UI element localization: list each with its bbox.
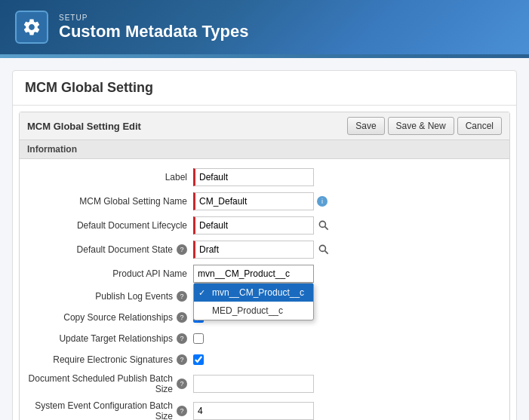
- update-target-control: [193, 333, 502, 344]
- section-header: Information: [20, 140, 509, 159]
- require-esig-label-text: Require Electronic Signatures: [53, 354, 173, 365]
- svg-point-0: [319, 221, 325, 227]
- copy-source-label: Copy Source Relationships ?: [20, 312, 193, 323]
- state-input[interactable]: [193, 241, 314, 259]
- edit-actions: Save Save & New Cancel: [347, 117, 502, 135]
- publish-log-label: Publish Log Events ?: [20, 291, 193, 302]
- require-esig-control: [193, 354, 502, 365]
- label-row: Label: [20, 165, 509, 189]
- check-mark-icon: ✓: [198, 288, 205, 298]
- scheduled-batch-label-text: Document Scheduled Publish Batch Size: [20, 373, 173, 394]
- system-event-batch-input[interactable]: [193, 402, 314, 420]
- svg-line-3: [325, 251, 328, 254]
- lifecycle-label: Default Document Lifecycle: [20, 220, 193, 231]
- update-target-row: Update Target Relationships ?: [20, 328, 509, 349]
- publish-log-help-icon[interactable]: ?: [177, 291, 187, 302]
- scheduled-batch-input[interactable]: [193, 375, 314, 393]
- scheduled-batch-row: Document Scheduled Publish Batch Size ?: [20, 370, 509, 397]
- scheduled-batch-control: [193, 375, 502, 393]
- gear-icon: [22, 17, 42, 37]
- mcm-name-label: MCM Global Setting Name: [20, 196, 193, 207]
- app-icon: [15, 11, 48, 44]
- update-target-label-text: Update Target Relationships: [59, 333, 173, 344]
- publish-log-label-text: Publish Log Events: [95, 291, 173, 302]
- state-help-icon[interactable]: ?: [177, 244, 187, 255]
- product-api-dropdown-container: ✓ mvn__CM_Product__c MED_Product__c: [193, 265, 314, 283]
- system-event-batch-label-text: System Event Configuration Batch Size: [20, 400, 173, 420]
- require-esig-label: Require Electronic Signatures ?: [20, 354, 193, 365]
- system-event-batch-help-icon[interactable]: ?: [177, 406, 187, 416]
- update-target-checkbox[interactable]: [193, 333, 204, 344]
- state-row: Default Document State ?: [20, 238, 509, 262]
- main-content: MCM Global Setting MCM Global Setting Ed…: [12, 70, 517, 420]
- svg-line-1: [325, 227, 328, 230]
- edit-panel-header: MCM Global Setting Edit Save Save & New …: [20, 112, 509, 140]
- save-button[interactable]: Save: [347, 117, 384, 135]
- scheduled-batch-label: Document Scheduled Publish Batch Size ?: [20, 373, 193, 394]
- require-esig-row: Require Electronic Signatures ?: [20, 349, 509, 370]
- dropdown-item-label-0: mvn__CM_Product__c: [212, 287, 304, 298]
- lifecycle-control: [193, 216, 502, 235]
- mcm-name-row: MCM Global Setting Name i: [20, 189, 509, 213]
- state-label-text: Default Document State: [77, 244, 173, 255]
- label-field-label: Label: [20, 172, 193, 182]
- dropdown-item-0[interactable]: ✓ mvn__CM_Product__c: [194, 284, 313, 302]
- product-api-row: Product API Name ✓ mvn__CM_Product__c ME…: [20, 262, 509, 286]
- scheduled-batch-help-icon[interactable]: ?: [177, 379, 187, 389]
- setup-label: SETUP: [59, 14, 248, 22]
- product-api-label: Product API Name: [20, 268, 193, 279]
- app-header: SETUP Custom Metadata Types: [0, 0, 529, 54]
- copy-source-label-text: Copy Source Relationships: [63, 312, 173, 323]
- dropdown-item-label-1: MED_Product__c: [212, 305, 283, 316]
- state-lookup-icon[interactable]: [317, 243, 331, 256]
- lifecycle-input[interactable]: [193, 216, 314, 235]
- lifecycle-lookup-icon[interactable]: [317, 219, 331, 232]
- require-esig-checkbox[interactable]: [193, 354, 204, 365]
- cancel-button[interactable]: Cancel: [457, 117, 502, 135]
- update-target-label: Update Target Relationships ?: [20, 333, 193, 344]
- copy-source-help-icon[interactable]: ?: [177, 312, 187, 323]
- edit-panel: MCM Global Setting Edit Save Save & New …: [19, 112, 510, 420]
- mcm-name-control: i: [193, 192, 502, 210]
- product-api-input[interactable]: [193, 265, 314, 283]
- state-label: Default Document State ?: [20, 244, 193, 255]
- label-input[interactable]: [193, 168, 314, 186]
- dropdown-item-1[interactable]: MED_Product__c: [194, 302, 313, 320]
- product-api-dropdown: ✓ mvn__CM_Product__c MED_Product__c: [193, 283, 314, 320]
- save-new-button[interactable]: Save & New: [388, 117, 454, 135]
- header-wave: [0, 54, 529, 58]
- require-esig-help-icon[interactable]: ?: [177, 354, 187, 365]
- form-body: Label MCM Global Setting Name i Default …: [20, 159, 509, 420]
- update-target-help-icon[interactable]: ?: [177, 333, 187, 344]
- system-event-batch-row: System Event Configuration Batch Size ?: [20, 397, 509, 420]
- system-event-batch-label: System Event Configuration Batch Size ?: [20, 400, 193, 420]
- system-event-batch-control: [193, 402, 502, 420]
- mcm-name-input[interactable]: [193, 192, 314, 210]
- page-title: MCM Global Setting: [13, 71, 516, 106]
- lifecycle-row: Default Document Lifecycle: [20, 213, 509, 238]
- app-title: Custom Metadata Types: [59, 22, 248, 41]
- product-api-control: ✓ mvn__CM_Product__c MED_Product__c: [193, 265, 502, 283]
- svg-point-2: [319, 245, 325, 251]
- label-field-control: [193, 168, 502, 186]
- info-icon[interactable]: i: [317, 196, 328, 207]
- edit-panel-title: MCM Global Setting Edit: [27, 121, 141, 132]
- state-control: [193, 241, 502, 259]
- header-text: SETUP Custom Metadata Types: [59, 14, 248, 41]
